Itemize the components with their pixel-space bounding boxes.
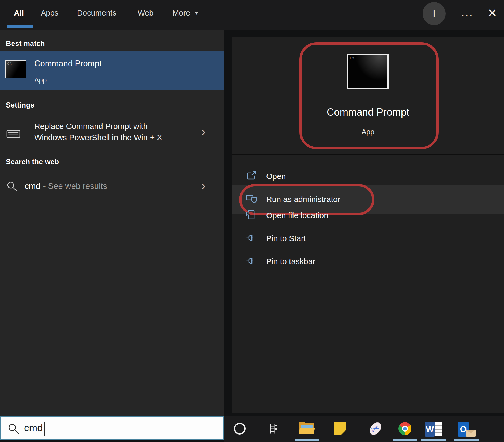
tab-more-label: More — [172, 9, 190, 17]
file-location-icon — [246, 210, 256, 220]
tab-web-label: Web — [138, 9, 153, 17]
best-match-result-command-prompt[interactable]: C:\ Command Prompt App — [0, 51, 224, 90]
action-pin-to-taskbar[interactable]: Pin to taskbar — [232, 251, 504, 272]
web-result-text: cmd- See web results — [25, 181, 107, 191]
tab-documents[interactable]: Documents — [77, 0, 116, 26]
command-prompt-icon-glyph: C:\ — [7, 62, 11, 66]
chevron-right-icon: › — [201, 178, 205, 193]
settings-result-line2: Windows PowerShell in the Win + X — [34, 133, 162, 142]
tab-all-label: All — [14, 9, 24, 17]
more-options-button[interactable]: … — [456, 1, 478, 23]
tab-all-underline — [7, 25, 33, 28]
search-icon — [6, 181, 17, 192]
running-indicator-explorer — [295, 439, 319, 441]
avatar-initial: I — [432, 8, 435, 20]
command-prompt-large-icon-glyph: C:\ — [350, 56, 354, 60]
search-icon — [7, 423, 19, 435]
tab-documents-label: Documents — [77, 9, 116, 17]
web-result-suffix: - See web results — [43, 181, 107, 191]
preview-app-subtitle: App — [232, 128, 504, 136]
best-match-header: Best match — [6, 40, 45, 48]
search-the-web-header: Search the web — [6, 158, 59, 166]
envelope-icon — [466, 430, 476, 437]
close-button[interactable]: ✕ — [482, 2, 503, 24]
pin-icon — [246, 233, 256, 243]
tab-apps[interactable]: Apps — [41, 0, 58, 26]
action-open-file-location-label: Open file location — [266, 211, 328, 220]
command-prompt-large-icon: C:\ — [347, 54, 389, 89]
windows-search-flyout: All Apps Documents Web More ▼ I … ✕ Best… — [0, 0, 504, 442]
preview-panel: C:\ Command Prompt App Open Run as admin… — [232, 37, 504, 413]
tab-more[interactable]: More ▼ — [172, 0, 199, 26]
tab-web[interactable]: Web — [138, 0, 153, 26]
word-icon[interactable]: W — [425, 422, 442, 437]
taskbar-search-box[interactable] — [0, 416, 224, 440]
preview-app-title: Command Prompt — [232, 106, 504, 118]
snipping-tool-icon[interactable]: ✂ — [368, 421, 382, 436]
action-open[interactable]: Open — [232, 166, 504, 187]
action-open-file-location[interactable]: Open file location — [232, 205, 504, 226]
tab-all[interactable]: All — [14, 0, 24, 26]
web-result-query: cmd — [25, 181, 40, 191]
chevron-right-icon: › — [201, 124, 205, 139]
best-match-subtitle: App — [34, 76, 47, 84]
running-indicator-outlook — [454, 439, 479, 441]
best-match-title: Command Prompt — [34, 59, 102, 68]
settings-result-line1: Replace Command Prompt with — [34, 122, 148, 131]
settings-window-icon — [6, 128, 20, 139]
action-pin-to-taskbar-label: Pin to taskbar — [266, 257, 315, 266]
user-avatar[interactable]: I — [423, 2, 446, 25]
settings-header: Settings — [6, 101, 35, 109]
results-panel: Best match C:\ Command Prompt App Settin… — [0, 30, 224, 416]
cortana-icon[interactable] — [234, 423, 246, 435]
pin-icon — [246, 256, 256, 266]
chrome-icon[interactable] — [398, 422, 411, 435]
word-letter: W — [425, 422, 435, 437]
task-view-icon[interactable] — [267, 423, 279, 435]
settings-result-replace-cmd[interactable]: Replace Command Prompt with Windows Powe… — [0, 118, 224, 151]
text-caret — [44, 422, 45, 436]
open-window-icon — [246, 171, 257, 181]
command-prompt-icon: C:\ — [5, 60, 26, 78]
action-pin-to-start[interactable]: Pin to Start — [232, 228, 504, 249]
search-input[interactable] — [24, 419, 195, 437]
outlook-icon[interactable]: O — [458, 422, 476, 437]
web-result-cmd[interactable]: cmd- See web results › — [0, 177, 224, 201]
sticky-notes-icon[interactable] — [334, 422, 346, 435]
search-filter-bar: All Apps Documents Web More ▼ I … ✕ — [0, 0, 504, 30]
tab-apps-label: Apps — [41, 9, 58, 17]
action-run-as-administrator-label: Run as administrator — [266, 195, 340, 204]
preview-separator — [232, 154, 504, 154]
action-pin-to-start-label: Pin to Start — [266, 234, 306, 243]
action-open-label: Open — [266, 172, 286, 181]
running-indicator-word — [421, 439, 446, 441]
admin-shield-icon — [246, 194, 258, 204]
dropdown-arrow-icon: ▼ — [194, 10, 199, 16]
file-explorer-icon[interactable] — [299, 422, 314, 435]
taskbar: ✂ W O — [224, 416, 504, 442]
running-indicator-chrome — [393, 439, 417, 441]
